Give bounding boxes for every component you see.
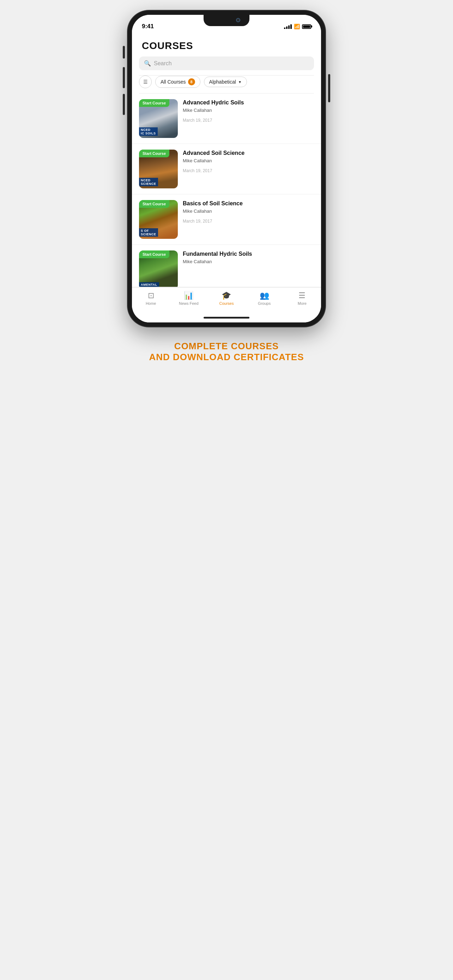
course-author-1: Mike Callahan <box>183 108 314 113</box>
course-thumb-1: Start Course NCEDIC SOILS <box>139 99 178 138</box>
course-info-2: Advanced Soil Science Mike Callahan Marc… <box>183 150 314 173</box>
nav-item-more[interactable]: ☰ More <box>291 291 313 305</box>
sort-filter[interactable]: Alphabetical ▼ <box>204 76 247 87</box>
chevron-down-icon: ▼ <box>238 80 242 84</box>
start-course-badge-3: Start Course <box>139 200 169 208</box>
status-time: 9:41 <box>142 23 154 30</box>
all-courses-label: All Courses <box>161 79 186 85</box>
app-content: COURSES 🔍 Search ☰ All Courses 8 <box>132 33 321 323</box>
course-date-2: March 19, 2017 <box>183 168 314 173</box>
front-camera <box>236 18 240 22</box>
power-button <box>328 74 330 102</box>
filter-icon-button[interactable]: ☰ <box>139 75 152 88</box>
phone-screen: 9:41 📶 <box>132 15 321 323</box>
course-title-2: Advanced Soil Science <box>183 150 314 157</box>
newsfeed-icon: 📊 <box>184 291 193 300</box>
filter-row: ☰ All Courses 8 Alphabetical ▼ <box>132 75 321 93</box>
course-title-4: Fundamental Hydric Soils <box>183 250 314 258</box>
promo-line2: AND DOWNLOAD CERTIFICATES <box>149 352 304 363</box>
course-date-3: March 19, 2017 <box>183 219 314 224</box>
nav-item-home[interactable]: ⊡ Home <box>140 291 162 305</box>
course-author-3: Mike Callahan <box>183 208 314 214</box>
search-bar[interactable]: 🔍 Search <box>139 56 314 70</box>
home-indicator <box>132 313 321 323</box>
start-course-badge-1: Start Course <box>139 99 169 107</box>
thumb-label-4: AMENTAL <box>139 282 159 287</box>
volume-up-button <box>123 67 125 88</box>
nav-label-courses: Courses <box>219 301 234 305</box>
course-author-2: Mike Callahan <box>183 158 314 163</box>
search-placeholder: Search <box>154 60 172 67</box>
thumb-label-2: NCEDSCIENCE <box>139 178 158 186</box>
promo-line1: COMPLETE COURSES <box>149 341 304 352</box>
course-title-1: Advanced Hydric Soils <box>183 99 314 107</box>
courses-icon: 🎓 <box>222 291 231 300</box>
course-thumb-3: Start Course S OFSCIENCE <box>139 200 178 239</box>
course-info-4: Fundamental Hydric Soils Mike Callahan <box>183 250 314 269</box>
battery-icon <box>302 24 311 29</box>
nav-item-groups[interactable]: 👥 Groups <box>254 291 275 305</box>
course-item-2[interactable]: Start Course NCEDSCIENCE Advanced Soil S… <box>132 144 321 194</box>
course-item-4[interactable]: Start Course AMENTAL Fundamental Hydric … <box>132 245 321 287</box>
groups-icon: 👥 <box>260 291 269 300</box>
nav-label-groups: Groups <box>258 301 270 305</box>
start-course-badge-4: Start Course <box>139 250 169 258</box>
phone-shell: 9:41 📶 <box>128 11 325 327</box>
bottom-nav: ⊡ Home 📊 News Feed 🎓 Courses 👥 Groups <box>132 287 321 313</box>
home-icon: ⊡ <box>148 291 154 300</box>
status-icons: 📶 <box>284 24 311 29</box>
thumb-label-1: NCEDIC SOILS <box>139 127 158 136</box>
courses-count-badge: 8 <box>188 78 195 85</box>
nav-item-courses[interactable]: 🎓 Courses <box>216 291 237 305</box>
course-info-3: Basics of Soil Science Mike Callahan Mar… <box>183 200 314 224</box>
search-icon: 🔍 <box>144 60 151 67</box>
nav-label-newsfeed: News Feed <box>179 301 199 305</box>
wifi-icon: 📶 <box>294 24 300 29</box>
thumb-label-3: S OFSCIENCE <box>139 228 158 237</box>
course-item-3[interactable]: Start Course S OFSCIENCE Basics of Soil … <box>132 194 321 245</box>
notch <box>203 15 250 26</box>
filter-icon: ☰ <box>143 79 148 85</box>
status-bar: 9:41 📶 <box>132 15 321 33</box>
promo-text: COMPLETE COURSES AND DOWNLOAD CERTIFICAT… <box>142 327 311 377</box>
signal-bars <box>284 24 292 29</box>
course-date-1: March 19, 2017 <box>183 118 314 123</box>
all-courses-filter[interactable]: All Courses 8 <box>155 76 200 88</box>
course-list: Start Course NCEDIC SOILS Advanced Hydri… <box>132 94 321 287</box>
nav-label-more: More <box>298 301 307 305</box>
page-title: COURSES <box>132 33 321 56</box>
sort-label: Alphabetical <box>209 79 236 85</box>
course-author-4: Mike Callahan <box>183 259 314 264</box>
more-icon: ☰ <box>299 291 305 300</box>
nav-label-home: Home <box>146 301 156 305</box>
volume-down-button <box>123 94 125 115</box>
home-bar <box>203 317 250 318</box>
course-item-1[interactable]: Start Course NCEDIC SOILS Advanced Hydri… <box>132 94 321 144</box>
course-title-3: Basics of Soil Science <box>183 200 314 207</box>
course-thumb-2: Start Course NCEDSCIENCE <box>139 150 178 188</box>
course-thumb-4: Start Course AMENTAL <box>139 250 178 287</box>
nav-item-newsfeed[interactable]: 📊 News Feed <box>178 291 199 305</box>
start-course-badge-2: Start Course <box>139 150 169 158</box>
mute-button <box>123 46 125 59</box>
page-wrapper: 9:41 📶 <box>113 0 340 377</box>
course-info-1: Advanced Hydric Soils Mike Callahan Marc… <box>183 99 314 123</box>
